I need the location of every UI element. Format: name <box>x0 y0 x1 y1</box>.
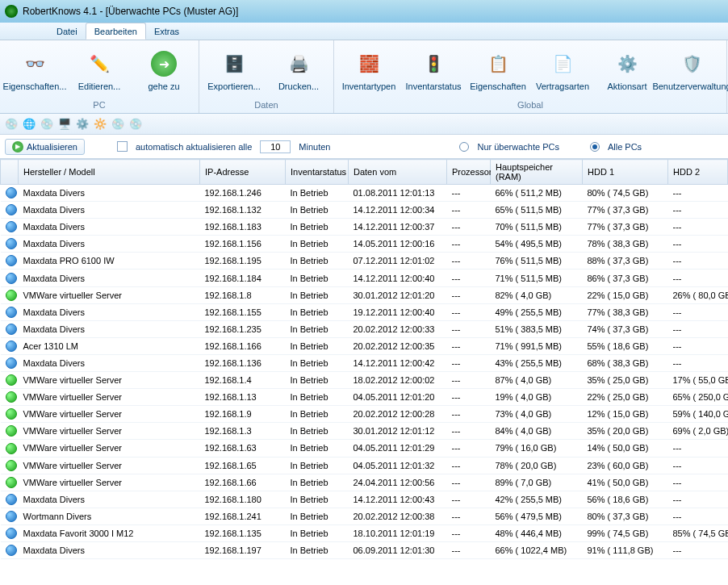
table-row[interactable]: Maxdata Divers192.168.1.184In Betrieb14.… <box>1 270 728 286</box>
col-header-2[interactable]: IP-Adresse <box>200 160 286 185</box>
col-header-8[interactable]: HDD 2 <box>668 160 728 185</box>
status-icon <box>6 511 17 522</box>
table-row[interactable]: Maxdata Divers192.168.1.235In Betrieb20.… <box>1 320 728 337</box>
auto-refresh-label: automatisch aktualisieren alle <box>136 142 252 152</box>
actiontype-btn-label: Aktionsart <box>608 81 647 91</box>
radio-watched[interactable] <box>459 142 469 152</box>
toolbar-btn-4[interactable]: ⚙️ <box>74 116 90 132</box>
global-props-btn[interactable]: Eigenschaften <box>467 44 529 98</box>
print-btn[interactable]: Drucken... <box>267 44 330 98</box>
col-header-4[interactable]: Daten vom <box>349 160 447 185</box>
goto-btn[interactable]: ➜gehe zu <box>132 44 195 98</box>
cell: 192.168.1.184 <box>200 270 286 286</box>
cell: 07.12.2011 12:01:02 <box>349 253 447 270</box>
table-row[interactable]: Maxdata Favorit 3000 I M12192.168.1.135I… <box>1 524 728 541</box>
table-row[interactable]: VMWare virtueller Server192.168.1.63In B… <box>1 440 728 457</box>
table-row[interactable]: VMWare virtueller Server192.168.1.4In Be… <box>1 372 728 389</box>
props-icon <box>485 51 511 77</box>
table-row[interactable]: Maxdata Divers192.168.1.132In Betrieb14.… <box>1 202 728 219</box>
cell: In Betrieb <box>286 320 349 337</box>
table-row[interactable]: Maxdata Divers192.168.1.183In Betrieb14.… <box>1 219 728 236</box>
menu-item-extras[interactable]: Extras <box>146 23 187 40</box>
useradmin-btn[interactable]: Benutzerverwaltung <box>660 44 723 98</box>
table-row[interactable]: VMWare virtueller Server192.168.1.13In B… <box>1 389 728 406</box>
toolbar-btn-3[interactable]: 🖥️ <box>56 116 73 132</box>
cell <box>1 423 19 440</box>
table-row[interactable]: Maxdata Divers192.168.1.155In Betrieb19.… <box>1 303 728 320</box>
menu-item-datei[interactable]: Datei <box>48 23 86 40</box>
pc-table: Hersteller / ModellIP-AdresseInventarsta… <box>0 159 728 559</box>
table-row[interactable]: Maxdata Divers192.168.1.197In Betrieb06.… <box>1 541 728 558</box>
cell: Maxdata Divers <box>19 219 200 236</box>
radio-all[interactable] <box>590 142 600 152</box>
table-row[interactable]: VMWare virtueller Server192.168.1.8In Be… <box>1 286 728 303</box>
table-row[interactable]: Maxdata Divers192.168.1.180In Betrieb14.… <box>1 491 728 508</box>
table-row[interactable]: VMWare virtueller Server192.168.1.66In B… <box>1 474 728 491</box>
refresh-button[interactable]: ▶ Aktualisieren <box>5 139 85 155</box>
cell: Maxdata Divers <box>19 354 200 371</box>
cell: 23% ( 60,0 GB) <box>583 457 668 474</box>
goto-btn-label: gehe zu <box>148 81 179 91</box>
table-row[interactable]: Wortmann Divers192.168.1.241In Betrieb20… <box>1 508 728 524</box>
cell: 74% ( 37,3 GB) <box>583 320 668 337</box>
cell: 192.168.1.66 <box>200 474 286 491</box>
cell: 88% ( 37,3 GB) <box>583 253 668 270</box>
toolbar-btn-7[interactable]: 💿 <box>128 116 144 132</box>
invstatus-btn[interactable]: Inventarstatus <box>402 44 465 98</box>
interval-input[interactable] <box>260 140 291 153</box>
status-icon <box>6 408 17 420</box>
cell: 68% ( 38,3 GB) <box>583 354 668 371</box>
toolbar-btn-0[interactable]: 💿 <box>3 116 19 132</box>
col-header-6[interactable]: Hauptspeicher (RAM) <box>491 160 583 185</box>
table-row[interactable]: Maxdata Divers192.168.1.246In Betrieb01.… <box>1 185 728 202</box>
properties-btn[interactable]: Eigenschaften... <box>3 44 66 98</box>
actiontype-btn[interactable]: Aktionsart <box>596 44 659 98</box>
cell: --- <box>668 219 728 236</box>
table-row[interactable]: VMWare virtueller Server192.168.1.3In Be… <box>1 423 728 440</box>
cell: In Betrieb <box>286 286 349 303</box>
table-row[interactable]: Maxdata Divers192.168.1.136In Betrieb14.… <box>1 354 728 371</box>
cell: 86% ( 37,3 GB) <box>583 270 668 286</box>
cell: 192.168.1.136 <box>200 354 286 371</box>
cell: 35% ( 20,0 GB) <box>583 423 668 440</box>
cell <box>1 541 19 558</box>
col-header-7[interactable]: HDD 1 <box>583 160 668 185</box>
cell: 22% ( 15,0 GB) <box>583 286 668 303</box>
toolbar-btn-6[interactable]: 💿 <box>110 116 126 132</box>
cell: Maxdata Divers <box>19 202 200 219</box>
status-icon <box>6 255 17 266</box>
export-btn[interactable]: Exportieren... <box>203 44 266 98</box>
status-icon <box>6 374 17 386</box>
auto-refresh-checkbox[interactable] <box>117 141 128 152</box>
toolbar-btn-2[interactable]: 💿 <box>39 116 55 132</box>
table-row[interactable]: VMWare virtueller Server192.168.1.9In Be… <box>1 406 728 423</box>
cell: --- <box>668 354 728 371</box>
status-icon <box>6 545 17 556</box>
toolbar-btn-5[interactable]: 🔆 <box>92 116 108 132</box>
menu-item-bearbeiten[interactable]: Bearbeiten <box>86 23 146 40</box>
cell: --- <box>447 185 491 202</box>
table-row[interactable]: Maxdata Divers192.168.1.156In Betrieb14.… <box>1 236 728 253</box>
cell: 84% ( 4,0 GB) <box>491 423 583 440</box>
col-header-5[interactable]: Prozessor <box>447 160 491 185</box>
table-row[interactable]: VMWare virtueller Server192.168.1.65In B… <box>1 457 728 474</box>
toolbar-btn-1[interactable]: 🌐 <box>21 116 37 132</box>
col-header-0[interactable] <box>1 160 19 185</box>
table-row[interactable]: Maxdata PRO 6100 IW192.168.1.195In Betri… <box>1 253 728 270</box>
cell: In Betrieb <box>286 354 349 371</box>
cell: --- <box>447 440 491 457</box>
col-header-3[interactable]: Inventarstatus <box>286 160 349 185</box>
cell: --- <box>447 337 491 354</box>
cell: 192.168.1.197 <box>200 541 286 558</box>
cell <box>1 389 19 406</box>
col-header-1[interactable]: Hersteller / Modell <box>19 160 200 185</box>
edit-btn[interactable]: Editieren... <box>68 44 131 98</box>
table-row[interactable]: Acer 1310 LM192.168.1.166In Betrieb20.02… <box>1 337 728 354</box>
contracts-btn[interactable]: Vertragsarten <box>531 44 594 98</box>
cell: In Betrieb <box>286 406 349 423</box>
invtypes-btn[interactable]: Inventartypen <box>337 44 400 98</box>
cell: In Betrieb <box>286 202 349 219</box>
radio-watched-label: Nur überwachte PCs <box>477 142 559 152</box>
radio-all-label: Alle PCs <box>608 142 642 152</box>
cell <box>1 372 19 389</box>
